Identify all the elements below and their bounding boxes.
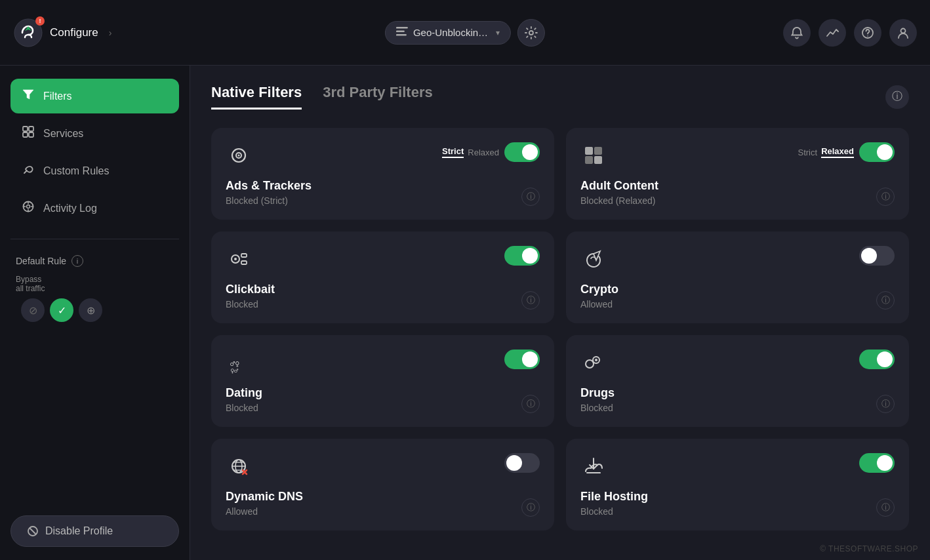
ads-trackers-info-button[interactable]: ⓘ: [521, 188, 540, 206]
dating-status: Blocked: [226, 403, 262, 413]
default-rule-section: Default Rule i Bypassall traffic ⊘ ✓ ⊕: [10, 250, 179, 330]
svg-rect-2: [396, 30, 405, 32]
disable-profile-label: Disable Profile: [45, 525, 113, 537]
svg-rect-27: [241, 254, 247, 257]
adult-content-name: Adult Content: [580, 179, 658, 193]
crypto-info-button[interactable]: ⓘ: [876, 291, 895, 310]
sidebar: Filters Services Custom Rules: [0, 66, 190, 560]
settings-button[interactable]: [517, 19, 545, 47]
adult-content-icon: [580, 142, 607, 169]
svg-marker-8: [23, 90, 33, 99]
tabs-header: Native Filters 3rd Party Filters ⓘ: [211, 84, 909, 110]
sidebar-item-custom-rules[interactable]: Custom Rules: [10, 153, 179, 188]
profile-selector[interactable]: Geo-Unblockin… ▾: [385, 21, 511, 45]
drugs-toggle[interactable]: [859, 350, 895, 369]
tab-third-party-filters[interactable]: 3rd Party Filters: [323, 84, 433, 110]
filter-card-drugs: Drugs Blocked ⓘ: [566, 335, 909, 427]
filter-card-clickbait: Clickbait Blocked ⓘ: [211, 231, 554, 323]
rule-options: ⊘ ✓ ⊕: [16, 296, 174, 325]
adult-content-info-button[interactable]: ⓘ: [876, 188, 895, 206]
file-hosting-toggle[interactable]: [859, 453, 895, 473]
adult-content-mode-toggle: Strict Relaxed: [798, 146, 855, 158]
svg-rect-9: [23, 127, 28, 131]
adult-content-toggle[interactable]: [859, 142, 895, 162]
crypto-info: Crypto Allowed: [580, 283, 618, 310]
custom-rules-icon: [21, 163, 35, 179]
svg-point-33: [595, 359, 597, 361]
rule-block-option[interactable]: ⊘: [21, 298, 45, 322]
bypass-label: Bypassall traffic: [16, 275, 174, 293]
dynamic-dns-info-button[interactable]: ⓘ: [521, 498, 540, 517]
dating-info-button[interactable]: ⓘ: [521, 395, 540, 413]
ads-trackers-relaxed-label[interactable]: Relaxed: [468, 148, 499, 157]
filter-card-file-hosting: File Hosting Blocked ⓘ: [566, 439, 909, 530]
ads-trackers-icon: [226, 142, 252, 169]
filter-card-ads-trackers-top: Strict Relaxed: [226, 142, 540, 169]
svg-rect-10: [29, 127, 33, 131]
filter-card-ads-trackers: Strict Relaxed Ads & Trackers Blocked (S…: [211, 128, 554, 220]
filter-card-ads-trackers-bottom: Ads & Trackers Blocked (Strict) ⓘ: [226, 179, 540, 206]
adult-content-toggle-knob: [877, 144, 893, 160]
svg-point-31: [586, 360, 594, 368]
tab-native-filters[interactable]: Native Filters: [211, 84, 302, 110]
clickbait-icon: [226, 246, 252, 272]
clickbait-status: Blocked: [226, 299, 275, 310]
adult-content-status: Blocked (Relaxed): [580, 195, 658, 206]
clickbait-info: Clickbait Blocked: [226, 283, 275, 310]
filter-card-crypto-bottom: Crypto Allowed ⓘ: [580, 283, 895, 310]
profile-selector-name: Geo-Unblockin…: [413, 27, 488, 38]
clickbait-toggle-knob: [522, 248, 538, 264]
default-rule-info-icon[interactable]: i: [71, 255, 83, 267]
svg-rect-23: [585, 156, 593, 164]
help-button[interactable]: [854, 19, 881, 47]
breadcrumb-chevron: ›: [109, 28, 112, 38]
ads-trackers-status: Blocked (Strict): [226, 195, 312, 206]
adult-content-info: Adult Content Blocked (Relaxed): [580, 179, 658, 206]
dynamic-dns-toggle-knob: [506, 455, 522, 471]
drugs-info: Drugs Blocked: [580, 386, 615, 413]
dating-toggle[interactable]: [504, 350, 540, 369]
file-hosting-toggle-knob: [877, 455, 893, 471]
user-button[interactable]: [889, 19, 917, 47]
clickbait-toggle[interactable]: [504, 246, 540, 266]
ads-trackers-strict-label[interactable]: Strict: [442, 146, 464, 158]
crypto-icon: [580, 246, 607, 272]
drugs-info-button[interactable]: ⓘ: [876, 395, 895, 413]
services-icon: [21, 125, 35, 142]
dating-name: Dating: [226, 386, 262, 400]
adult-content-strict-label[interactable]: Strict: [798, 148, 818, 157]
svg-rect-28: [241, 261, 247, 264]
rule-allow-option[interactable]: ✓: [50, 298, 73, 322]
ads-trackers-toggle[interactable]: [504, 142, 540, 162]
ads-trackers-name: Ads & Trackers: [226, 179, 312, 193]
filter-card-adult-content-top: Strict Relaxed: [580, 142, 895, 169]
sidebar-item-filters[interactable]: Filters: [10, 79, 179, 113]
crypto-toggle-knob: [861, 248, 877, 264]
adult-content-relaxed-label[interactable]: Relaxed: [821, 146, 854, 158]
filters-grid: Strict Relaxed Ads & Trackers Blocked (S…: [211, 128, 909, 530]
clickbait-info-button[interactable]: ⓘ: [521, 291, 540, 310]
dynamic-dns-toggle[interactable]: [504, 453, 540, 473]
filter-card-dynamic-dns: Dynamic DNS Allowed ⓘ: [211, 439, 554, 530]
dating-controls: [504, 350, 540, 369]
file-hosting-controls: [859, 453, 895, 473]
bell-button[interactable]: [783, 19, 811, 47]
sidebar-item-activity-log[interactable]: Activity Log: [10, 191, 179, 226]
file-hosting-icon: [580, 453, 607, 479]
header-center: Geo-Unblockin… ▾: [385, 19, 545, 47]
filter-card-crypto: Crypto Allowed ⓘ: [566, 231, 909, 323]
sidebar-item-services[interactable]: Services: [10, 116, 179, 151]
profile-dropdown-chevron: ▾: [496, 28, 500, 37]
header: ! Configure › Geo-Unblockin… ▾: [0, 0, 930, 66]
filter-card-drugs-bottom: Drugs Blocked ⓘ: [580, 386, 895, 413]
crypto-toggle[interactable]: [859, 246, 895, 266]
file-hosting-info-button[interactable]: ⓘ: [876, 498, 895, 517]
activity-log-icon: [21, 200, 35, 216]
rule-global-option[interactable]: ⊕: [79, 298, 102, 322]
disable-profile-button[interactable]: Disable Profile: [10, 515, 179, 547]
tab-info-button[interactable]: ⓘ: [885, 85, 909, 109]
services-label: Services: [43, 128, 83, 140]
analytics-button[interactable]: [819, 19, 846, 47]
header-icons: [783, 19, 917, 47]
crypto-status: Allowed: [580, 299, 618, 310]
